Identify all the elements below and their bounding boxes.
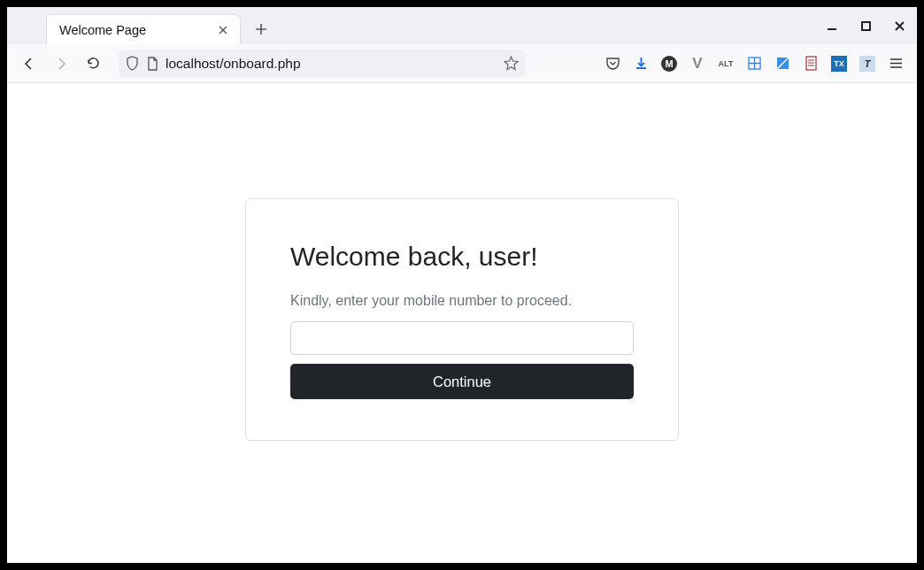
welcome-card: Welcome back, user! Kindly, enter your m… — [245, 198, 679, 441]
extension-alt-icon[interactable]: ALT — [717, 55, 735, 73]
page-content: Welcome back, user! Kindly, enter your m… — [7, 83, 917, 563]
shield-icon — [126, 56, 139, 71]
url-bar[interactable]: localhost/onboard.php — [119, 50, 526, 78]
downloads-icon[interactable] — [632, 55, 650, 73]
close-tab-icon[interactable] — [215, 22, 231, 38]
extension-v-icon[interactable]: V — [689, 55, 706, 73]
tab-title: Welcome Page — [56, 23, 215, 37]
welcome-heading: Welcome back, user! — [290, 242, 634, 272]
extension-grid-icon[interactable] — [745, 55, 763, 73]
mobile-number-input[interactable] — [290, 321, 634, 355]
pocket-icon[interactable] — [604, 55, 621, 73]
browser-tab[interactable]: Welcome Page — [46, 14, 241, 44]
new-tab-button[interactable] — [248, 16, 274, 42]
url-text: localhost/onboard.php — [166, 56, 301, 72]
forward-button[interactable] — [48, 50, 74, 77]
continue-button[interactable]: Continue — [290, 364, 634, 399]
svg-rect-0 — [862, 22, 870, 30]
close-window-icon[interactable] — [889, 15, 910, 36]
back-button[interactable] — [16, 50, 42, 77]
browser-toolbar: localhost/onboard.php M V ALT — [7, 44, 917, 83]
page-icon — [146, 57, 158, 71]
bookmark-star-icon[interactable] — [504, 56, 519, 71]
welcome-subtext: Kindly, enter your mobile number to proc… — [290, 293, 634, 309]
extension-t-icon[interactable]: T — [859, 55, 876, 73]
extension-blue-square-icon[interactable] — [774, 55, 791, 73]
minimize-icon[interactable] — [821, 15, 843, 36]
extension-tx-icon[interactable]: TX — [830, 55, 848, 73]
maximize-icon[interactable] — [855, 15, 876, 36]
tab-strip: Welcome Page — [7, 7, 917, 44]
menu-icon[interactable] — [887, 55, 905, 73]
extension-m-icon[interactable]: M — [660, 55, 678, 73]
extension-doc-icon[interactable] — [802, 55, 820, 73]
reload-button[interactable] — [80, 50, 106, 77]
